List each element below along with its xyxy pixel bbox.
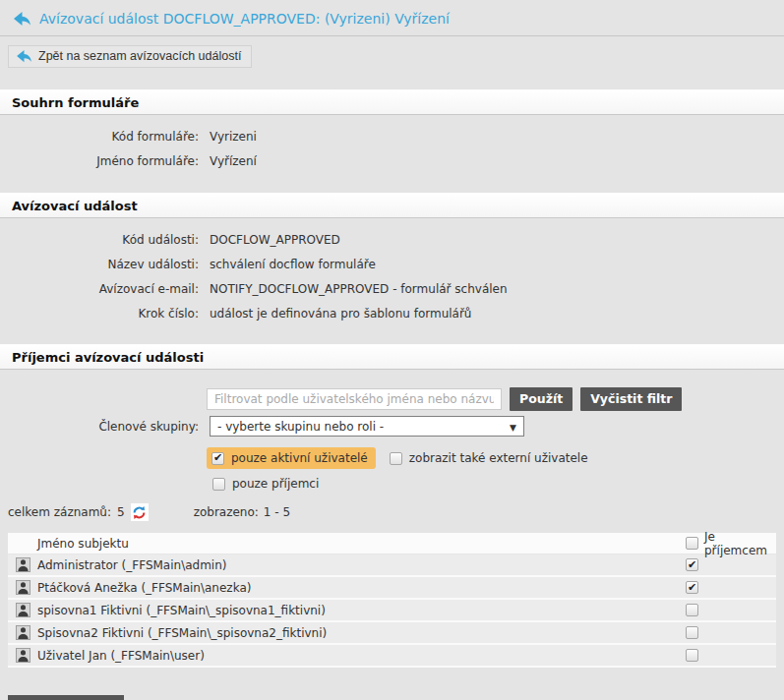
field-label: Kód formuláře: xyxy=(0,130,199,144)
only-recipients-option: pouze příjemci xyxy=(212,477,319,491)
field-row: Název události: schválení docflow formul… xyxy=(0,256,784,272)
field-label: Kód události: xyxy=(0,233,199,247)
event-fields: Kód události: DOCFLOW_APPROVED Název udá… xyxy=(0,218,784,321)
chevron-down-icon xyxy=(510,420,516,434)
apply-filter-button[interactable]: Použít xyxy=(510,387,573,411)
total-records: celkem záznamů: 5 xyxy=(8,505,125,519)
external-users-checkbox[interactable] xyxy=(390,452,402,465)
name-column-header: Jméno subjektu xyxy=(37,537,686,551)
field-value: Vyřízení xyxy=(210,154,257,168)
form-summary-fields: Kód formuláře: Vyrizeni Jméno formuláře:… xyxy=(0,115,784,169)
person-icon xyxy=(8,603,37,617)
active-users-checkbox[interactable] xyxy=(211,452,224,465)
shown-records: zobrazeno: 1 - 5 xyxy=(194,505,290,519)
only-recipients-label: pouze příjemci xyxy=(232,477,319,491)
subject-name: Uživatel Jan (_FFSMain\user) xyxy=(37,649,686,663)
back-arrow-icon xyxy=(17,50,31,63)
field-label: Avízovací e-mail: xyxy=(0,282,199,296)
active-users-option: pouze aktivní uživatelé xyxy=(207,447,376,469)
group-select-row: Členové skupiny: - vyberte skupinu nebo … xyxy=(0,416,784,437)
field-label: Jméno formuláře: xyxy=(0,154,199,168)
is-recipient-checkbox[interactable] xyxy=(686,604,698,616)
table-row: spisovna1 Fiktivni (_FFSMain\_spisovna1_… xyxy=(8,600,776,622)
subject-name: Ptáčková Anežka (_FFSMain\anezka) xyxy=(37,581,686,595)
subject-name: Spisovna2 Fiktivni (_FFSMain\_spisovna2_… xyxy=(37,626,686,640)
subject-name: Administrator (_FFSMain\admin) xyxy=(37,558,686,572)
external-users-option: zobrazit také externí uživatele xyxy=(390,451,588,465)
field-value: DOCFLOW_APPROVED xyxy=(210,233,340,247)
field-value: NOTIFY_DOCFLOW_APPROVED - formulář schvá… xyxy=(210,282,508,296)
external-users-label: zobrazit také externí uživatele xyxy=(409,451,588,465)
section-title-event: Avízovací událost xyxy=(0,193,784,218)
field-row: Avízovací e-mail: NOTIFY_DOCFLOW_APPROVE… xyxy=(0,280,784,297)
recipient-column-header: Je příjemcem xyxy=(686,530,776,557)
group-select-label: Členové skupiny: xyxy=(0,420,199,434)
only-recipients-checkbox[interactable] xyxy=(212,478,225,491)
field-row: Kód formuláře: Vyrizeni xyxy=(0,128,784,145)
person-icon xyxy=(8,648,37,663)
field-label: Název události: xyxy=(0,258,199,271)
is-recipient-checkbox[interactable] xyxy=(686,558,698,571)
section-title-form-summary: Souhrn formuláře xyxy=(0,89,784,115)
shown-records-value: 1 - 5 xyxy=(264,505,290,519)
table-row: Uživatel Jan (_FFSMain\user) xyxy=(8,645,776,668)
save-changes-button[interactable]: Uložit změny xyxy=(8,695,124,700)
table-header-row: Jméno subjektu Je příjemcem xyxy=(8,533,776,554)
back-arrow-icon xyxy=(14,12,30,27)
person-icon xyxy=(8,625,37,640)
field-row: Krok číslo: událost je definována pro ša… xyxy=(0,305,784,321)
field-label: Krok číslo: xyxy=(0,307,199,321)
table-row: Spisovna2 Fiktivni (_FFSMain\_spisovna2_… xyxy=(8,622,776,645)
field-row: Jméno formuláře: Vyřízení xyxy=(0,152,784,169)
recipients-table: Jméno subjektu Je příjemcem Administrato… xyxy=(8,533,776,668)
field-value: událost je definována pro šablonu formul… xyxy=(210,307,471,321)
total-records-label: celkem záznamů: xyxy=(8,505,111,519)
active-users-label: pouze aktivní uživatelé xyxy=(231,451,368,465)
field-value: schválení docflow formuláře xyxy=(210,258,376,271)
filter-input[interactable] xyxy=(207,388,502,410)
shown-records-label: zobrazeno: xyxy=(194,505,259,519)
clear-filter-button[interactable]: Vyčistit filtr xyxy=(580,387,682,411)
checkbox-row-1: pouze aktivní uživatelé zobrazit také ex… xyxy=(207,447,784,469)
page-title: Avízovací událost DOCFLOW_APPROVED: (Vyr… xyxy=(39,11,450,27)
table-row: Ptáčková Anežka (_FFSMain\anezka) xyxy=(8,577,776,600)
group-select-value: - vyberte skupinu nebo roli - xyxy=(217,420,384,434)
is-recipient-checkbox[interactable] xyxy=(686,581,698,594)
recipient-header-label: Je příjemcem xyxy=(704,530,776,557)
checkbox-row-2: pouze příjemci xyxy=(212,477,784,491)
back-button-label: Zpět na seznam avízovacích událostí xyxy=(38,49,241,63)
group-select[interactable]: - vyberte skupinu nebo roli - xyxy=(210,416,524,437)
back-to-list-button[interactable]: Zpět na seznam avízovacích událostí xyxy=(8,45,252,68)
select-all-checkbox[interactable] xyxy=(686,537,698,550)
is-recipient-checkbox[interactable] xyxy=(686,649,698,662)
page-header: Avízovací událost DOCFLOW_APPROVED: (Vyr… xyxy=(0,0,784,36)
records-summary: celkem záznamů: 5 zobrazeno: 1 - 5 xyxy=(8,503,784,521)
total-records-value: 5 xyxy=(117,505,125,519)
table-row: Administrator (_FFSMain\admin) xyxy=(8,554,776,577)
is-recipient-checkbox[interactable] xyxy=(686,626,698,639)
field-row: Kód události: DOCFLOW_APPROVED xyxy=(0,231,784,248)
field-value: Vyrizeni xyxy=(210,130,257,144)
subject-name: spisovna1 Fiktivni (_FFSMain\_spisovna1_… xyxy=(37,604,686,617)
filter-row: Použít Vyčistit filtr xyxy=(207,387,784,411)
person-icon xyxy=(8,557,37,572)
section-title-recipients: Příjemci avízovací události xyxy=(0,344,784,370)
refresh-icon[interactable] xyxy=(131,503,149,521)
person-icon xyxy=(8,580,37,595)
